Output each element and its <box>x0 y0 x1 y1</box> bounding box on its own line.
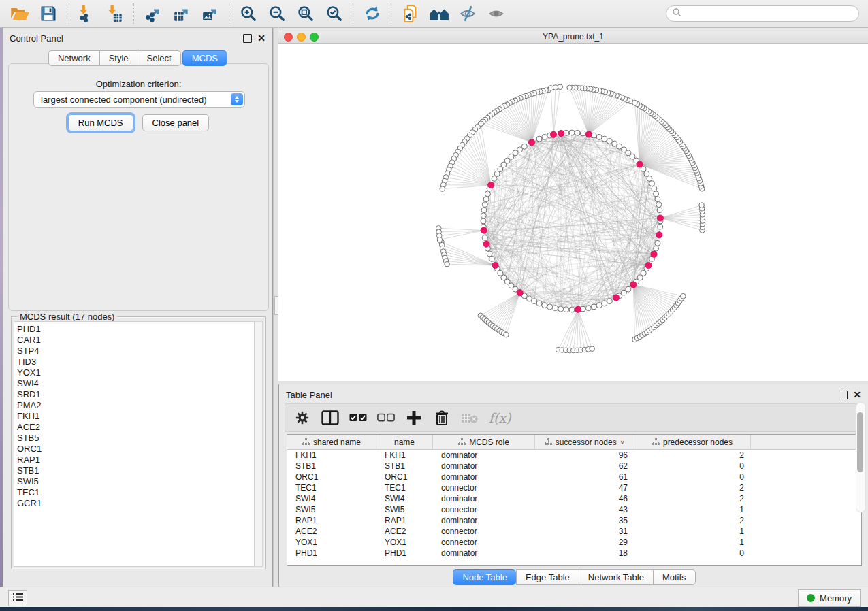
refresh-icon[interactable] <box>361 2 384 25</box>
columns-icon[interactable] <box>321 409 339 427</box>
mcds-result-item[interactable]: TEC1 <box>17 487 254 498</box>
cell: dominator <box>433 516 535 525</box>
node-table-header: shared namenameMCDS rolesuccessor nodes∨… <box>287 435 861 450</box>
table-row[interactable]: SWI4SWI4dominator462 <box>287 493 861 504</box>
import-network-icon[interactable] <box>75 2 98 25</box>
export-table-icon[interactable] <box>170 2 193 25</box>
import-table-icon[interactable] <box>103 2 127 25</box>
uncheck-all-icon[interactable] <box>377 409 395 427</box>
table-row[interactable]: TEC1TEC1connector472 <box>287 482 861 493</box>
column-header-predecessor-nodes[interactable]: predecessor nodes <box>634 435 751 449</box>
network-title: YPA_prune.txt_1 <box>278 32 868 42</box>
cell: connector <box>433 538 535 547</box>
cell: RAP1 <box>287 516 376 525</box>
table-row[interactable]: ORC1ORC1dominator610 <box>287 472 861 482</box>
trash-icon[interactable] <box>433 409 451 427</box>
mcds-result-item[interactable]: FKH1 <box>17 411 254 422</box>
close-table-panel-icon[interactable]: ✕ <box>853 391 861 399</box>
tab-edge-table[interactable]: Edge Table <box>516 569 579 585</box>
mcds-result-item[interactable]: TID3 <box>17 357 254 367</box>
export-image-icon[interactable] <box>199 2 222 25</box>
tab-style[interactable]: Style <box>99 50 138 66</box>
save-icon[interactable] <box>37 2 60 25</box>
check-all-icon[interactable] <box>349 409 367 427</box>
table-scrollbar[interactable] <box>856 402 866 512</box>
cell: connector <box>433 483 535 493</box>
mcds-result-scrollbar[interactable] <box>255 321 263 567</box>
mcds-result-item[interactable]: STB5 <box>17 433 254 444</box>
run-mcds-button[interactable]: Run MCDS <box>68 114 133 131</box>
optimization-criterion-select[interactable]: largest connected component (undirected) <box>33 91 245 108</box>
mcds-result-item[interactable]: YOX1 <box>17 367 254 378</box>
close-panel-icon[interactable]: ✕ <box>257 35 266 42</box>
mcds-result-item[interactable]: STP4 <box>17 346 254 357</box>
eye-icon[interactable] <box>485 2 508 25</box>
tab-motifs[interactable]: Motifs <box>653 569 696 585</box>
mcds-result-item[interactable]: STB1 <box>17 465 254 476</box>
search-field[interactable] <box>666 5 859 22</box>
search-input[interactable] <box>681 8 858 19</box>
mcds-result-item[interactable]: SWI4 <box>17 378 254 389</box>
open-folder-icon[interactable] <box>8 2 31 25</box>
tab-node-table[interactable]: Node Table <box>453 569 516 585</box>
mcds-result-item[interactable]: RAP1 <box>17 455 254 465</box>
mcds-result-item[interactable]: SWI5 <box>17 476 254 487</box>
toolbar-divider <box>391 3 392 24</box>
network-graph[interactable] <box>278 44 868 381</box>
table-panel: Table Panel ✕ f(x) shared namenameMCDS r… <box>278 384 868 587</box>
node-table: shared namenameMCDS rolesuccessor nodes∨… <box>287 434 862 566</box>
table-row[interactable]: PHD1PHD1dominator180 <box>287 548 861 559</box>
tab-mcds[interactable]: MCDS <box>182 50 227 66</box>
table-row[interactable]: YOX1YOX1connector291 <box>287 537 861 548</box>
tab-network[interactable]: Network <box>48 50 99 66</box>
column-header-shared-name[interactable]: shared name <box>287 435 376 449</box>
cell: 96 <box>535 450 634 460</box>
mcds-result-item[interactable]: ACE2 <box>17 422 254 433</box>
table-row[interactable]: SWI5SWI5connector431 <box>287 504 861 515</box>
column-header-MCDS-role[interactable]: MCDS role <box>433 435 535 449</box>
tab-select[interactable]: Select <box>138 50 181 66</box>
table-row[interactable]: RAP1RAP1dominator352 <box>287 515 861 526</box>
vertical-splitter[interactable] <box>273 28 278 587</box>
zoom-fit-icon[interactable] <box>294 2 317 25</box>
cell: ACE2 <box>376 527 433 536</box>
zoom-selected-icon[interactable] <box>323 2 346 25</box>
cell: 2 <box>634 483 751 493</box>
table-row[interactable]: FKH1FKH1dominator962 <box>287 450 861 461</box>
table-scrollbar-thumb[interactable] <box>857 412 863 472</box>
network-titlebar[interactable]: YPA_prune.txt_1 <box>278 31 868 44</box>
mcds-result-item[interactable]: PHD1 <box>17 324 254 335</box>
select-stepper-icon[interactable] <box>231 93 243 105</box>
mcds-result-list[interactable]: PHD1CAR1STP4TID3YOX1SWI4SRD1PMA2FKH1ACE2… <box>14 321 255 567</box>
mcds-result-item[interactable]: GCR1 <box>17 498 254 509</box>
gear-icon[interactable] <box>293 409 311 427</box>
network-canvas[interactable] <box>278 44 868 381</box>
column-header-name[interactable]: name <box>376 435 433 449</box>
close-panel-button[interactable]: Close panel <box>142 114 210 131</box>
mcds-result-item[interactable]: ORC1 <box>17 444 254 455</box>
cell: SWI4 <box>287 494 376 503</box>
table-row[interactable]: STB1STB1dominator620 <box>287 461 861 472</box>
memory-button[interactable]: Memory <box>798 589 861 607</box>
cell: ORC1 <box>287 472 376 482</box>
export-network-icon[interactable] <box>142 2 165 25</box>
zoom-in-icon[interactable] <box>237 2 260 25</box>
control-panel-title: Control Panel <box>10 33 63 44</box>
mcds-result-item[interactable]: SRD1 <box>17 389 254 400</box>
new-network-file-icon[interactable] <box>399 2 422 25</box>
binoculars-icon[interactable] <box>428 2 451 25</box>
eye-slash-icon[interactable] <box>456 2 479 25</box>
mcds-result-item[interactable]: CAR1 <box>17 335 254 346</box>
status-bar: Memory <box>0 587 868 607</box>
cell: RAP1 <box>376 516 433 525</box>
add-icon[interactable] <box>405 409 423 427</box>
float-table-panel-icon[interactable] <box>839 391 848 399</box>
zoom-out-icon[interactable] <box>266 2 289 25</box>
float-panel-icon[interactable] <box>243 34 252 43</box>
mcds-result-item[interactable]: PMA2 <box>17 400 254 411</box>
table-row[interactable]: ACE2ACE2connector311 <box>287 526 861 537</box>
memory-label: Memory <box>820 593 852 604</box>
tab-network-table[interactable]: Network Table <box>579 569 653 585</box>
column-header-successor-nodes[interactable]: successor nodes∨ <box>535 435 634 449</box>
task-history-button[interactable] <box>8 590 27 606</box>
